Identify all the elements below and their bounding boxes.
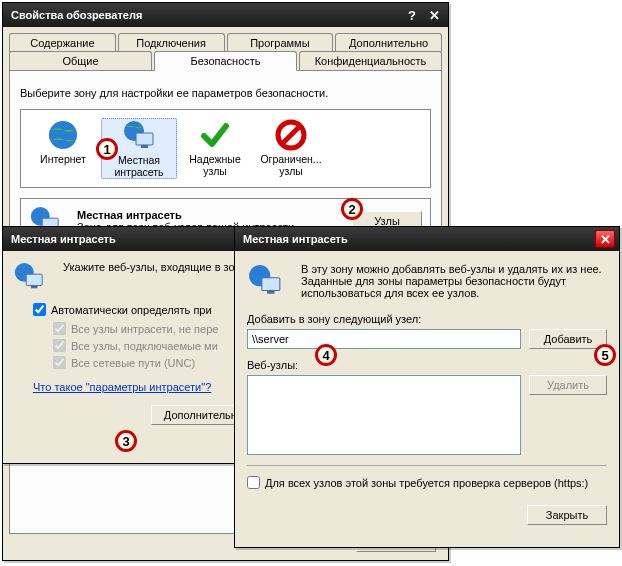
close-button[interactable]: ✕ xyxy=(595,230,615,248)
zone-label: Ограничен... узлы xyxy=(253,154,329,177)
dialog-title: Свойства обозревателя xyxy=(11,9,400,21)
svg-rect-2 xyxy=(136,133,153,145)
intro-text: Укажите веб-узлы, входящие в зо xyxy=(63,261,235,293)
zone-label: Интернет xyxy=(25,154,101,166)
svg-point-0 xyxy=(49,121,77,149)
intro-text: В эту зону можно добавлять веб-узлы и уд… xyxy=(301,263,607,299)
sub-checkbox-1 xyxy=(53,322,66,335)
svg-rect-10 xyxy=(26,274,42,285)
block-icon xyxy=(274,118,308,152)
close-dialog-button[interactable]: Закрыть xyxy=(527,505,607,525)
dialog-title: Местная интрасеть xyxy=(243,233,593,245)
svg-line-5 xyxy=(282,126,300,144)
tab-content[interactable]: Содержание xyxy=(9,33,116,52)
titlebar: Местная интрасеть ✕ xyxy=(3,227,266,251)
add-button[interactable]: Добавить xyxy=(529,329,607,349)
intranet-settings-dialog: Местная интрасеть ✕ Укажите веб-узлы, вх… xyxy=(2,226,267,464)
remove-button: Удалить xyxy=(529,375,607,395)
zone-list: Интернет Местная интрасеть Надежные xyxy=(20,109,431,188)
auto-detect-label: Автоматически определять при xyxy=(51,304,212,316)
sub-label-2: Все узлы, подключаемые ми xyxy=(71,340,218,352)
group-title: Местная интрасеть xyxy=(77,209,346,221)
tab-advanced[interactable]: Дополнительно xyxy=(335,33,442,52)
zone-label: Местная интрасеть xyxy=(102,155,176,178)
tab-connections[interactable]: Подключения xyxy=(118,33,225,52)
sub-label-3: Все сетевые пути (UNC) xyxy=(71,357,195,369)
auto-detect-checkbox[interactable] xyxy=(33,303,46,316)
tab-security[interactable]: Безопасность xyxy=(154,51,297,71)
help-button[interactable]: ? xyxy=(402,6,422,24)
intranet-sites-dialog: Местная интрасеть ✕ В эту зону можно доб… xyxy=(234,226,620,548)
svg-rect-14 xyxy=(267,291,274,294)
sub-checkbox-3 xyxy=(53,356,66,369)
svg-rect-3 xyxy=(141,145,148,148)
sub-checkbox-2 xyxy=(53,339,66,352)
add-site-label: Добавить в зону следующий узел: xyxy=(247,313,607,325)
sub-label-1: Все узлы интрасети, не пере xyxy=(71,323,218,335)
add-site-input[interactable] xyxy=(247,329,521,349)
https-checkbox[interactable] xyxy=(247,476,260,489)
globe-monitor-icon xyxy=(122,119,156,153)
sites-listbox[interactable] xyxy=(247,375,521,455)
check-icon xyxy=(198,118,232,152)
close-button[interactable]: ✕ xyxy=(424,6,444,24)
https-label: Для всех узлов этой зоны требуется прове… xyxy=(265,477,588,489)
dialog-title: Местная интрасеть xyxy=(11,233,240,245)
titlebar: Свойства обозревателя ? ✕ xyxy=(3,3,448,27)
zone-instruction: Выберите зону для настройки ее параметро… xyxy=(20,87,431,99)
tab-programs[interactable]: Программы xyxy=(227,33,334,52)
tab-privacy[interactable]: Конфиденциальность xyxy=(299,51,442,71)
zone-internet[interactable]: Интернет xyxy=(25,118,101,179)
intranet-help-link[interactable]: Что такое "параметры интрасети"? xyxy=(33,381,211,393)
zone-intranet[interactable]: Местная интрасеть xyxy=(101,118,177,179)
globe-icon xyxy=(46,118,80,152)
sites-list-label: Веб-узлы: xyxy=(247,359,607,371)
svg-rect-11 xyxy=(31,285,38,288)
zone-restricted[interactable]: Ограничен... узлы xyxy=(253,118,329,179)
svg-rect-13 xyxy=(262,278,280,291)
globe-monitor-icon xyxy=(13,261,45,293)
tab-general[interactable]: Общие xyxy=(9,51,152,71)
globe-monitor-icon xyxy=(247,263,283,299)
zone-label: Надежные узлы xyxy=(177,154,253,177)
titlebar: Местная интрасеть ✕ xyxy=(235,227,619,251)
zone-trusted[interactable]: Надежные узлы xyxy=(177,118,253,179)
